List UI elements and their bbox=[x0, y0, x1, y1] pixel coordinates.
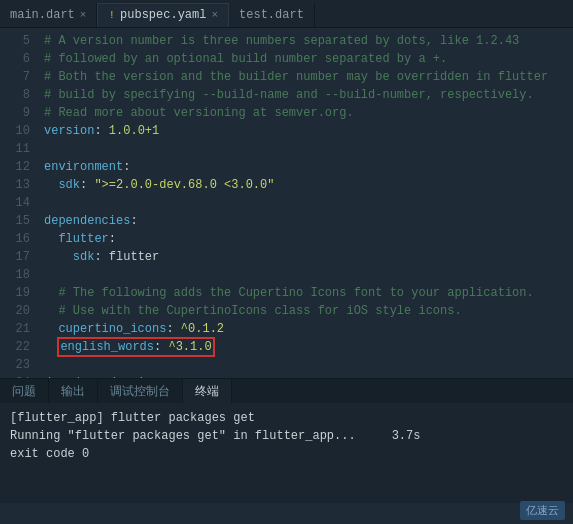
tab-label: main.dart bbox=[10, 8, 75, 22]
code-line-11 bbox=[44, 140, 567, 158]
code-line-22: english_words: ^3.1.0 bbox=[44, 338, 567, 356]
line-num: 23 bbox=[0, 356, 38, 374]
code-line-20: # Use with the CupertinoIcons class for … bbox=[44, 302, 567, 320]
terminal-line-1: [flutter_app] flutter packages get bbox=[10, 409, 563, 427]
line-num: 5 bbox=[0, 32, 38, 50]
line-num: 21 bbox=[0, 320, 38, 338]
code-line-8: # build by specifying --build-name and -… bbox=[44, 86, 567, 104]
line-num: 10 bbox=[0, 122, 38, 140]
watermark: 亿速云 bbox=[520, 501, 565, 520]
code-line-16: flutter: bbox=[44, 230, 567, 248]
line-num: 19 bbox=[0, 284, 38, 302]
code-line-5: # A version number is three numbers sepa… bbox=[44, 32, 567, 50]
panel-tab-debug-console[interactable]: 调试控制台 bbox=[98, 379, 183, 403]
highlighted-dependency: english_words: ^3.1.0 bbox=[58, 338, 213, 356]
code-line-15: dependencies: bbox=[44, 212, 567, 230]
tab-label: test.dart bbox=[239, 8, 304, 22]
code-line-10: version: 1.0.0+1 bbox=[44, 122, 567, 140]
close-icon[interactable]: × bbox=[211, 9, 218, 21]
code-line-6: # followed by an optional build number s… bbox=[44, 50, 567, 68]
editor-container: main.dart × ! pubspec.yaml × test.dart 5… bbox=[0, 0, 573, 524]
code-line-23 bbox=[44, 356, 567, 374]
tab-test-dart[interactable]: test.dart bbox=[229, 3, 315, 27]
terminal-line-2: Running "flutter packages get" in flutte… bbox=[10, 427, 563, 445]
line-num: 6 bbox=[0, 50, 38, 68]
code-line-18 bbox=[44, 266, 567, 284]
panel-tab-output[interactable]: 输出 bbox=[49, 379, 98, 403]
code-line-13: sdk: ">=2.0.0-dev.68.0 <3.0.0" bbox=[44, 176, 567, 194]
line-num: 12 bbox=[0, 158, 38, 176]
terminal-line-3: exit code 0 bbox=[10, 445, 563, 463]
code-line-7: # Both the version and the builder numbe… bbox=[44, 68, 567, 86]
close-icon[interactable]: × bbox=[80, 9, 87, 21]
code-area: 5 6 7 8 9 10 11 12 13 14 15 16 17 18 19 … bbox=[0, 28, 573, 378]
tab-pubspec-yaml[interactable]: ! pubspec.yaml × bbox=[97, 3, 229, 27]
line-num: 13 bbox=[0, 176, 38, 194]
line-num: 11 bbox=[0, 140, 38, 158]
terminal-content: [flutter_app] flutter packages get Runni… bbox=[0, 403, 573, 503]
code-line-24: dev_dependencies: bbox=[44, 374, 567, 378]
code-line-21: cupertino_icons: ^0.1.2 bbox=[44, 320, 567, 338]
code-line-14 bbox=[44, 194, 567, 212]
tab-main-dart[interactable]: main.dart × bbox=[0, 3, 97, 27]
line-num: 22 bbox=[0, 338, 38, 356]
code-line-17: sdk: flutter bbox=[44, 248, 567, 266]
bottom-panel: 问题 输出 调试控制台 终端 [flutter_app] flutter pac… bbox=[0, 378, 573, 503]
code-line-12: environment: bbox=[44, 158, 567, 176]
line-num: 20 bbox=[0, 302, 38, 320]
tab-bar: main.dart × ! pubspec.yaml × test.dart bbox=[0, 0, 573, 28]
line-num: 15 bbox=[0, 212, 38, 230]
line-num: 14 bbox=[0, 194, 38, 212]
line-num: 24 bbox=[0, 374, 38, 378]
line-num: 17 bbox=[0, 248, 38, 266]
code-line-9: # Read more about versioning at semver.o… bbox=[44, 104, 567, 122]
line-num: 8 bbox=[0, 86, 38, 104]
line-num: 7 bbox=[0, 68, 38, 86]
code-line-19: # The following adds the Cupertino Icons… bbox=[44, 284, 567, 302]
tab-label: pubspec.yaml bbox=[120, 8, 206, 22]
line-numbers: 5 6 7 8 9 10 11 12 13 14 15 16 17 18 19 … bbox=[0, 28, 38, 378]
line-num: 16 bbox=[0, 230, 38, 248]
modified-indicator: ! bbox=[108, 9, 115, 21]
line-num: 18 bbox=[0, 266, 38, 284]
panel-tab-terminal[interactable]: 终端 bbox=[183, 379, 232, 403]
line-num: 9 bbox=[0, 104, 38, 122]
code-content[interactable]: # A version number is three numbers sepa… bbox=[38, 28, 573, 378]
panel-tab-problems[interactable]: 问题 bbox=[0, 379, 49, 403]
panel-tabs: 问题 输出 调试控制台 终端 bbox=[0, 379, 573, 403]
